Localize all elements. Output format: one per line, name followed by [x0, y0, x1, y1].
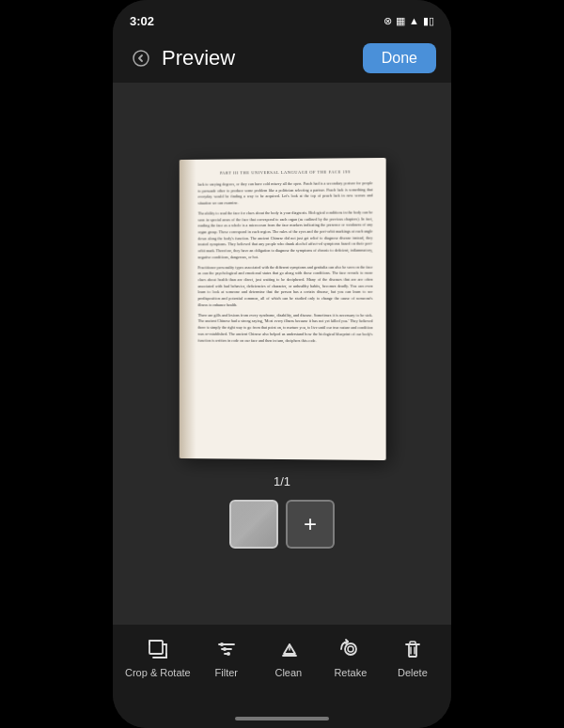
scanned-page: PART III THE UNIVERSAL LANGUAGE OF THE F… — [180, 158, 386, 460]
page-text-block: lack to varying degrees, or they can hav… — [198, 180, 373, 344]
done-button[interactable]: Done — [363, 43, 436, 73]
page-paragraph-1: lack to varying degrees, or they can hav… — [198, 180, 373, 207]
bottom-toolbar: Crop & Rotate Filter — [113, 625, 451, 709]
back-icon[interactable] — [128, 45, 154, 71]
page-paragraph-2: The ability to read the face for clues a… — [198, 209, 373, 261]
wifi-icon: ▦ — [396, 15, 405, 27]
svg-point-14 — [348, 646, 353, 652]
preview-title: Preview — [162, 46, 235, 70]
add-page-button[interactable]: + — [286, 500, 335, 549]
page-content: PART III THE UNIVERSAL LANGUAGE OF THE F… — [180, 158, 386, 460]
home-indicator — [113, 709, 451, 728]
toolbar-item-filter[interactable]: Filter — [200, 636, 253, 678]
svg-rect-1 — [149, 641, 163, 654]
page-paragraph-4: There are gills and lesions from every s… — [198, 313, 373, 345]
toolbar-label-crop-rotate: Crop & Rotate — [125, 667, 191, 678]
page-counter: 1/1 — [274, 474, 290, 488]
signal-icon: ▲ — [409, 15, 419, 26]
toolbar-item-crop-rotate[interactable]: Crop & Rotate — [125, 636, 191, 678]
svg-point-0 — [133, 51, 149, 66]
svg-point-13 — [345, 643, 356, 655]
svg-point-9 — [223, 647, 227, 651]
status-icons: ⊗ ▦ ▲ ▮▯ — [384, 15, 434, 27]
alarm-icon: ⊗ — [384, 15, 392, 27]
page-header: PART III THE UNIVERSAL LANGUAGE OF THE F… — [198, 169, 373, 178]
phone-frame: 3:02 ⊗ ▦ ▲ ▮▯ Preview Done PART III T — [113, 0, 451, 728]
top-bar-left: Preview — [128, 45, 235, 71]
toolbar-item-delete[interactable]: Delete — [386, 636, 439, 678]
crop-rotate-icon — [145, 636, 171, 662]
plus-icon: + — [304, 513, 317, 535]
thumbnail-strip: + — [229, 500, 335, 549]
battery-icon: ▮▯ — [423, 15, 434, 27]
top-bar: Preview Done — [113, 34, 451, 83]
main-content: PART III THE UNIVERSAL LANGUAGE OF THE F… — [113, 83, 451, 625]
toolbar-label-delete: Delete — [398, 667, 428, 678]
status-bar: 3:02 ⊗ ▦ ▲ ▮▯ — [113, 0, 451, 34]
svg-point-8 — [220, 643, 224, 646]
svg-point-10 — [227, 652, 230, 656]
toolbar-label-clean: Clean — [274, 667, 302, 678]
retake-icon — [337, 636, 364, 662]
page-paragraph-3: Practitioner personality types associate… — [198, 264, 373, 308]
toolbar-item-retake[interactable]: Retake — [324, 636, 377, 678]
clean-icon — [275, 636, 302, 662]
filter-icon — [213, 636, 240, 662]
status-time: 3:02 — [130, 14, 154, 28]
home-bar — [235, 717, 329, 720]
toolbar-label-filter: Filter — [215, 667, 238, 678]
toolbar-label-retake: Retake — [334, 667, 367, 678]
thumbnail-1[interactable] — [229, 500, 278, 549]
delete-icon — [400, 636, 426, 662]
toolbar-item-clean[interactable]: Clean — [262, 636, 315, 678]
